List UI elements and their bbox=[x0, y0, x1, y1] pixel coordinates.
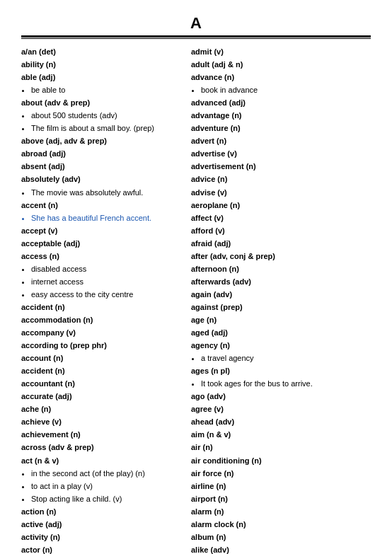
entry-term: achievement bbox=[21, 430, 69, 439]
entry-pos: (n) bbox=[69, 430, 81, 439]
entry-term: advise bbox=[191, 188, 215, 197]
bullet-list: a travel agency bbox=[201, 352, 371, 364]
entry: accompany (v) bbox=[21, 327, 184, 339]
entry-pos: (v) bbox=[212, 405, 224, 413]
entry-pos: (v) bbox=[212, 214, 224, 222]
entry-pos: (adv) bbox=[205, 392, 226, 400]
entry-pos: (n) bbox=[228, 201, 240, 209]
list-item: It took ages for the bus to arrive. bbox=[201, 378, 371, 390]
entry: accountant (n) bbox=[21, 378, 184, 390]
entry-pos: (n) bbox=[218, 341, 230, 350]
entry: agency (n) bbox=[191, 340, 371, 352]
entry-pos: (n) bbox=[244, 162, 256, 171]
entry-pos: (v) bbox=[50, 417, 62, 426]
entry-term: according to bbox=[21, 341, 68, 350]
entry-pos: (n) bbox=[214, 482, 226, 490]
entry-pos: (n) bbox=[250, 456, 262, 465]
entry: ahead (adv) bbox=[191, 416, 371, 428]
bullet-list-blue: She has a beautiful French accent. bbox=[31, 212, 184, 224]
entry: absent (adj) bbox=[21, 161, 184, 173]
entry-pos: (adv) bbox=[214, 417, 234, 426]
entry-term: action bbox=[21, 507, 44, 516]
entry-pos: (n) bbox=[215, 175, 227, 183]
entry: airline (n) bbox=[191, 480, 371, 492]
bullet-list: in the second act (of the play) (n)to ac… bbox=[31, 468, 184, 505]
entry-pos: (n) bbox=[229, 111, 241, 120]
entry-term: advanced bbox=[191, 98, 227, 107]
entry: actor (n) bbox=[21, 544, 184, 554]
entry: access (n) bbox=[21, 250, 184, 262]
entry-term: across bbox=[21, 443, 46, 451]
entry-term: adventure bbox=[191, 124, 229, 132]
entry: afraid (adj) bbox=[191, 238, 371, 250]
entry: accommodation (n) bbox=[21, 314, 184, 326]
entry-pos: (adj) bbox=[227, 98, 246, 107]
entry-term: air bbox=[191, 443, 200, 451]
entry-term: able bbox=[21, 73, 37, 81]
entry-pos: (n) bbox=[221, 469, 234, 478]
entry-pos: (n) bbox=[63, 379, 75, 388]
list-item: disabled access bbox=[31, 263, 184, 275]
entry-term: airport bbox=[191, 495, 216, 503]
entry-term: alike bbox=[191, 546, 208, 554]
entry-pos: (n) bbox=[200, 443, 212, 451]
list-item: be able to bbox=[31, 84, 184, 96]
entry-term: agree bbox=[191, 405, 212, 413]
entry-term: afraid bbox=[191, 239, 212, 248]
entry: advise (v) bbox=[191, 187, 371, 199]
title-divider bbox=[21, 35, 371, 39]
entry-pos: (v) bbox=[213, 226, 225, 235]
entry: against (prep) bbox=[191, 301, 371, 313]
entry: aim (n & v) bbox=[191, 429, 371, 441]
bullet-list: be able to bbox=[31, 84, 184, 96]
entry: above (adj, adv & prep) bbox=[21, 135, 184, 147]
left-column: a/an (det)ability (n)able (adj)be able t… bbox=[21, 46, 184, 554]
entry-term: adult bbox=[191, 60, 209, 69]
entry-pos: (adv) bbox=[212, 290, 232, 299]
entry: afford (v) bbox=[191, 225, 371, 237]
entry-term: accent bbox=[21, 201, 46, 209]
entry: affect (v) bbox=[191, 212, 371, 224]
entry-term: alarm clock bbox=[191, 520, 234, 529]
entry: agree (v) bbox=[191, 403, 371, 415]
list-item: The movie was absolutely awful. bbox=[31, 187, 184, 199]
entry-pos: (n) bbox=[44, 60, 56, 69]
entry: account (n) bbox=[21, 352, 184, 364]
entry-term: afterwards bbox=[191, 277, 231, 286]
entry-term: against bbox=[191, 303, 219, 311]
entry: accent (n) bbox=[21, 200, 184, 212]
entry: able (adj) bbox=[21, 71, 184, 83]
entry: advertise (v) bbox=[191, 148, 371, 160]
entry: accurate (adj) bbox=[21, 391, 184, 403]
entry-pos: (n) bbox=[46, 201, 58, 209]
entry-term: activity bbox=[21, 533, 48, 541]
entry-pos: (n) bbox=[53, 303, 65, 311]
entry: achieve (v) bbox=[21, 416, 184, 428]
entry-pos: (prep) bbox=[219, 303, 243, 311]
entry-term: affect bbox=[191, 214, 212, 222]
entry-term: agency bbox=[191, 341, 218, 350]
entry-term: airline bbox=[191, 482, 214, 490]
entry-term: after bbox=[191, 252, 208, 260]
entry-pos: (adv, conj & prep) bbox=[208, 252, 275, 260]
bullet-list: It took ages for the bus to arrive. bbox=[201, 378, 371, 390]
entry: accept (v) bbox=[21, 225, 184, 237]
entry-term: accountant bbox=[21, 379, 63, 388]
entry: airport (n) bbox=[191, 493, 371, 505]
content-area: a/an (det)ability (n)able (adj)be able t… bbox=[21, 46, 371, 554]
list-item: Stop acting like a child. (v) bbox=[31, 493, 184, 505]
entry: adult (adj & n) bbox=[191, 59, 371, 71]
entry-term: accurate bbox=[21, 392, 53, 400]
entry-term: active bbox=[21, 520, 43, 529]
entry-term: accept bbox=[21, 226, 46, 235]
entry-term: advice bbox=[191, 175, 215, 183]
entry: advertisement (n) bbox=[191, 161, 371, 173]
entry: active (adj) bbox=[21, 519, 184, 531]
list-item: book in advance bbox=[201, 84, 371, 96]
entry: ago (adv) bbox=[191, 391, 371, 403]
list-item: about 500 students (adv) bbox=[31, 110, 184, 122]
entry: air conditioning (n) bbox=[191, 455, 371, 467]
entry: absolutely (adv) bbox=[21, 173, 184, 185]
entry-pos: (n) bbox=[214, 137, 226, 145]
entry-term: about bbox=[21, 98, 42, 107]
